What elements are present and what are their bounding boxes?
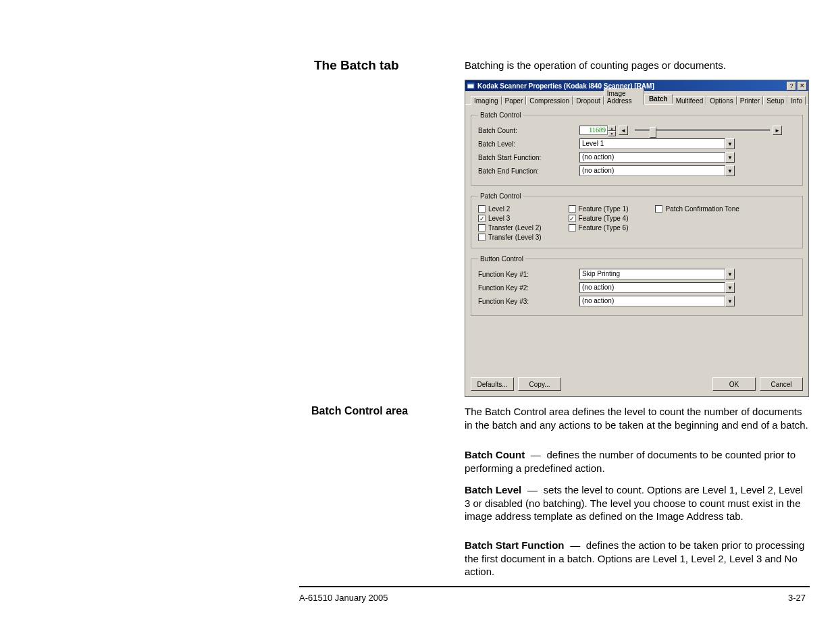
checkbox-icon [569,205,576,213]
button-control-legend: Button Control [478,255,525,263]
section-heading-batch-tab: The Batch tab [314,58,399,73]
batch-count-label: Batch Count: [478,127,579,134]
chk-level3[interactable]: ✓Level 3 [478,215,542,222]
chk-label: Level 2 [488,205,510,213]
chk-label: Feature (Type 4) [579,215,629,222]
section-heading-batch-control-area: Batch Control area [311,405,408,417]
tab-compression[interactable]: Compression [526,96,573,105]
chevron-down-icon[interactable]: ▼ [725,269,735,279]
checkbox-icon [569,224,576,232]
app-icon [467,82,475,90]
dialog-button-bar: Defaults... Copy... OK Cancel [471,377,803,391]
dash: — [524,483,540,497]
chevron-down-icon[interactable]: ▼ [725,282,735,293]
fk2-combo[interactable]: (no action) ▼ [579,282,735,293]
chevron-down-icon[interactable]: ▼ [725,165,735,176]
tab-imaging[interactable]: Imaging [471,96,502,105]
tab-options[interactable]: Options [706,96,736,105]
tab-setup[interactable]: Setup [763,96,787,105]
chk-feature-t6[interactable]: Feature (Type 6) [569,224,629,232]
checkbox-icon [478,224,486,232]
checkbox-icon: ✓ [569,215,576,222]
slider-left-icon[interactable]: ◄ [619,126,628,135]
checkbox-icon [655,205,662,213]
batch-end-combo[interactable]: (no action) ▼ [579,165,735,176]
patch-control-group: Patch Control Level 2 ✓Level 3 Transfer … [471,192,803,248]
tab-info[interactable]: Info [787,96,806,105]
dash: — [527,448,544,462]
fk1-value: Skip Printing [579,269,725,279]
spin-down-icon[interactable]: ▼ [608,131,616,136]
close-button[interactable]: ✕ [798,82,807,90]
fk1-label: Function Key #1: [478,271,579,278]
chevron-down-icon[interactable]: ▼ [725,296,735,306]
batch-control-legend: Batch Control [478,111,523,119]
slider-right-icon[interactable]: ► [773,126,782,135]
checkbox-icon [478,205,486,213]
chk-feature-t1[interactable]: Feature (Type 1) [569,205,629,213]
ok-button[interactable]: OK [712,377,756,391]
paragraph-batch-start-function: Batch Start Function — defines the actio… [465,539,809,579]
footer-right: 3-27 [788,593,806,603]
batch-start-label: Batch Start Function: [478,154,579,161]
patch-control-legend: Patch Control [478,192,523,200]
batch-level-value: Level 1 [579,138,725,149]
batch-count-spinner[interactable]: ▲ ▼ [608,126,616,135]
chk-transfer-l3[interactable]: Transfer (Level 3) [478,234,542,241]
tab-image-address[interactable]: Image Address [604,88,644,105]
tab-paper[interactable]: Paper [502,96,527,105]
chevron-down-icon[interactable]: ▼ [725,138,735,149]
chk-patch-tone[interactable]: Patch Confirmation Tone [655,205,739,213]
term-batch-level: Batch Level [465,484,521,495]
chk-label: Patch Confirmation Tone [665,205,739,213]
fk3-value: (no action) [579,296,725,306]
checkbox-icon [478,234,486,241]
paragraph-batch-control-area: The Batch Control area defines the level… [465,405,809,431]
term-batch-count: Batch Count [465,449,525,460]
batch-level-combo[interactable]: Level 1 ▼ [579,138,735,149]
term-batch-start-function: Batch Start Function [465,539,565,551]
cancel-button[interactable]: Cancel [760,377,803,391]
chk-feature-t4[interactable]: ✓Feature (Type 4) [569,215,629,222]
intro-text: Batching is the operation of counting pa… [465,59,726,71]
defaults-button[interactable]: Defaults... [471,377,514,391]
chk-level2[interactable]: Level 2 [478,205,542,213]
tab-strip: Imaging Paper Compression Dropout Image … [465,91,808,105]
fk2-value: (no action) [579,282,725,293]
chk-label: Level 3 [488,215,510,222]
chk-label: Feature (Type 1) [579,205,629,213]
chk-label: Transfer (Level 3) [488,234,542,241]
batch-level-label: Batch Level: [478,140,579,148]
spin-up-icon[interactable]: ▲ [608,126,616,131]
paragraph-batch-level: Batch Level — sets the level to count. O… [465,483,809,523]
tab-printer[interactable]: Printer [737,96,763,105]
tab-dropout[interactable]: Dropout [573,96,604,105]
batch-count-field[interactable]: 11689 [579,126,608,135]
batch-end-label: Batch End Function: [478,167,579,175]
svg-rect-1 [467,83,474,84]
fk1-combo[interactable]: Skip Printing ▼ [579,269,735,279]
checkbox-icon: ✓ [478,215,486,222]
footer-left: A-61510 January 2005 [299,593,388,603]
fk3-label: Function Key #3: [478,298,579,305]
slider-thumb[interactable] [650,127,656,138]
scanner-properties-dialog: Kodak Scanner Properties (Kodak i840 Sca… [465,80,809,397]
chevron-down-icon[interactable]: ▼ [725,152,735,163]
paragraph-batch-count: Batch Count — defines the number of docu… [465,448,809,475]
batch-control-group: Batch Control Batch Count: 11689 ▲ ▼ ◄ ► [471,111,803,186]
tab-batch[interactable]: Batch [644,94,673,104]
chk-transfer-l2[interactable]: Transfer (Level 2) [478,224,542,232]
batch-start-value: (no action) [579,152,725,163]
batch-count-slider[interactable] [635,126,770,135]
footer-rule [299,586,810,587]
batch-end-value: (no action) [579,165,725,176]
dash: — [567,539,583,552]
copy-button[interactable]: Copy... [518,377,561,391]
chk-label: Feature (Type 6) [579,224,629,232]
fk3-combo[interactable]: (no action) ▼ [579,296,735,306]
chk-label: Transfer (Level 2) [488,224,542,232]
help-button[interactable]: ? [787,82,796,90]
tab-multifeed[interactable]: Multifeed [673,96,707,105]
batch-start-combo[interactable]: (no action) ▼ [579,152,735,163]
button-control-group: Button Control Function Key #1: Skip Pri… [471,255,803,316]
